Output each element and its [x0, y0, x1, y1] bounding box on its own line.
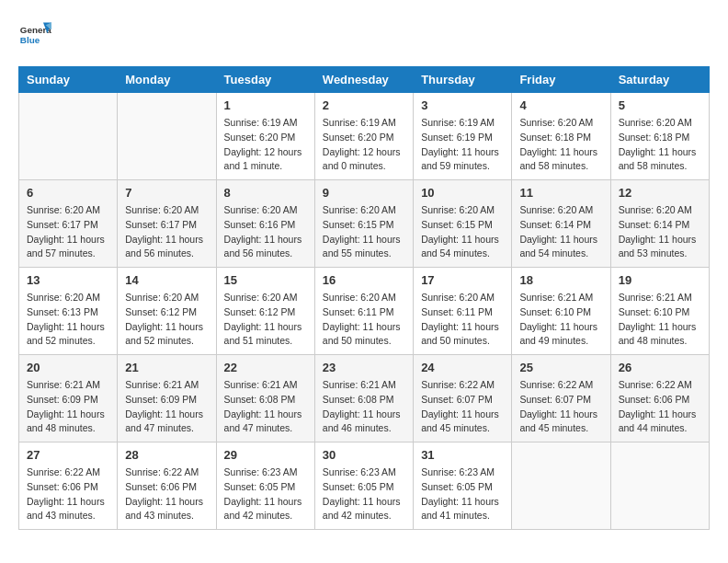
- weekday-header-saturday: Saturday: [610, 67, 709, 93]
- calendar-week-row: 20Sunrise: 6:21 AM Sunset: 6:09 PM Dayli…: [19, 355, 710, 442]
- day-number: 26: [619, 361, 701, 374]
- day-info: Sunrise: 6:20 AM Sunset: 6:14 PM Dayligh…: [619, 203, 701, 261]
- day-info: Sunrise: 6:19 AM Sunset: 6:19 PM Dayligh…: [421, 116, 504, 174]
- day-number: 7: [125, 186, 208, 200]
- weekday-header-wednesday: Wednesday: [314, 67, 413, 93]
- calendar-cell: 15Sunrise: 6:20 AM Sunset: 6:12 PM Dayli…: [216, 268, 314, 355]
- day-info: Sunrise: 6:20 AM Sunset: 6:13 PM Dayligh…: [27, 291, 109, 349]
- calendar-cell: 14Sunrise: 6:20 AM Sunset: 6:12 PM Dayli…: [118, 268, 216, 355]
- calendar-cell: 7Sunrise: 6:20 AM Sunset: 6:17 PM Daylig…: [118, 180, 216, 268]
- day-info: Sunrise: 6:21 AM Sunset: 6:08 PM Dayligh…: [323, 378, 405, 436]
- page-header: General Blue: [18, 18, 710, 52]
- day-number: 22: [224, 361, 307, 374]
- day-number: 25: [519, 361, 602, 374]
- day-number: 18: [519, 273, 602, 287]
- day-info: Sunrise: 6:21 AM Sunset: 6:10 PM Dayligh…: [519, 291, 602, 349]
- day-number: 28: [125, 448, 208, 462]
- weekday-header-row: SundayMondayTuesdayWednesdayThursdayFrid…: [19, 67, 710, 93]
- day-info: Sunrise: 6:20 AM Sunset: 6:15 PM Dayligh…: [421, 203, 504, 261]
- day-number: 12: [619, 186, 701, 200]
- day-info: Sunrise: 6:19 AM Sunset: 6:20 PM Dayligh…: [224, 116, 307, 174]
- day-info: Sunrise: 6:20 AM Sunset: 6:15 PM Dayligh…: [323, 203, 405, 261]
- day-number: 29: [224, 448, 307, 462]
- calendar-cell: 12Sunrise: 6:20 AM Sunset: 6:14 PM Dayli…: [610, 180, 709, 268]
- calendar-table: SundayMondayTuesdayWednesdayThursdayFrid…: [18, 66, 710, 530]
- calendar-cell: 25Sunrise: 6:22 AM Sunset: 6:07 PM Dayli…: [512, 355, 610, 442]
- day-info: Sunrise: 6:23 AM Sunset: 6:05 PM Dayligh…: [224, 465, 307, 523]
- calendar-cell: 5Sunrise: 6:20 AM Sunset: 6:18 PM Daylig…: [610, 93, 709, 180]
- day-info: Sunrise: 6:20 AM Sunset: 6:12 PM Dayligh…: [125, 291, 208, 349]
- calendar-cell: 26Sunrise: 6:22 AM Sunset: 6:06 PM Dayli…: [610, 355, 709, 442]
- day-info: Sunrise: 6:19 AM Sunset: 6:20 PM Dayligh…: [323, 116, 405, 174]
- day-number: 11: [519, 186, 602, 200]
- calendar-week-row: 27Sunrise: 6:22 AM Sunset: 6:06 PM Dayli…: [19, 442, 710, 530]
- logo-icon: General Blue: [18, 18, 51, 52]
- day-info: Sunrise: 6:21 AM Sunset: 6:10 PM Dayligh…: [619, 291, 701, 349]
- calendar-week-row: 6Sunrise: 6:20 AM Sunset: 6:17 PM Daylig…: [19, 180, 710, 268]
- day-number: 4: [519, 98, 602, 112]
- calendar-cell: [610, 442, 709, 530]
- day-info: Sunrise: 6:23 AM Sunset: 6:05 PM Dayligh…: [323, 465, 405, 523]
- day-number: 30: [323, 448, 405, 462]
- day-info: Sunrise: 6:21 AM Sunset: 6:09 PM Dayligh…: [27, 378, 109, 436]
- calendar-cell: [512, 442, 610, 530]
- calendar-cell: 30Sunrise: 6:23 AM Sunset: 6:05 PM Dayli…: [314, 442, 413, 530]
- calendar-cell: 6Sunrise: 6:20 AM Sunset: 6:17 PM Daylig…: [19, 180, 118, 268]
- day-number: 31: [421, 448, 504, 462]
- calendar-cell: 21Sunrise: 6:21 AM Sunset: 6:09 PM Dayli…: [118, 355, 216, 442]
- calendar-cell: 9Sunrise: 6:20 AM Sunset: 6:15 PM Daylig…: [314, 180, 413, 268]
- day-number: 20: [27, 361, 109, 374]
- day-info: Sunrise: 6:22 AM Sunset: 6:07 PM Dayligh…: [519, 378, 602, 436]
- calendar-cell: 29Sunrise: 6:23 AM Sunset: 6:05 PM Dayli…: [216, 442, 314, 530]
- svg-text:Blue: Blue: [20, 35, 40, 45]
- calendar-week-row: 1Sunrise: 6:19 AM Sunset: 6:20 PM Daylig…: [19, 93, 710, 180]
- day-number: 15: [224, 273, 307, 287]
- calendar-cell: 8Sunrise: 6:20 AM Sunset: 6:16 PM Daylig…: [216, 180, 314, 268]
- day-info: Sunrise: 6:20 AM Sunset: 6:18 PM Dayligh…: [619, 116, 701, 174]
- calendar-cell: 23Sunrise: 6:21 AM Sunset: 6:08 PM Dayli…: [314, 355, 413, 442]
- calendar-cell: 19Sunrise: 6:21 AM Sunset: 6:10 PM Dayli…: [610, 268, 709, 355]
- day-info: Sunrise: 6:20 AM Sunset: 6:16 PM Dayligh…: [224, 203, 307, 261]
- day-number: 10: [421, 186, 504, 200]
- day-number: 13: [27, 273, 109, 287]
- calendar-cell: 4Sunrise: 6:20 AM Sunset: 6:18 PM Daylig…: [512, 93, 610, 180]
- day-number: 2: [323, 98, 405, 112]
- day-info: Sunrise: 6:20 AM Sunset: 6:14 PM Dayligh…: [519, 203, 602, 261]
- day-info: Sunrise: 6:22 AM Sunset: 6:07 PM Dayligh…: [421, 378, 504, 436]
- logo: General Blue: [18, 18, 51, 52]
- calendar-cell: 11Sunrise: 6:20 AM Sunset: 6:14 PM Dayli…: [512, 180, 610, 268]
- day-info: Sunrise: 6:21 AM Sunset: 6:08 PM Dayligh…: [224, 378, 307, 436]
- day-number: 17: [421, 273, 504, 287]
- weekday-header-thursday: Thursday: [414, 67, 512, 93]
- day-number: 21: [125, 361, 208, 374]
- calendar-cell: 27Sunrise: 6:22 AM Sunset: 6:06 PM Dayli…: [19, 442, 118, 530]
- day-info: Sunrise: 6:20 AM Sunset: 6:17 PM Dayligh…: [27, 203, 109, 261]
- day-number: 5: [619, 98, 701, 112]
- day-info: Sunrise: 6:20 AM Sunset: 6:12 PM Dayligh…: [224, 291, 307, 349]
- day-info: Sunrise: 6:21 AM Sunset: 6:09 PM Dayligh…: [125, 378, 208, 436]
- day-number: 16: [323, 273, 405, 287]
- calendar-cell: 28Sunrise: 6:22 AM Sunset: 6:06 PM Dayli…: [118, 442, 216, 530]
- calendar-cell: 13Sunrise: 6:20 AM Sunset: 6:13 PM Dayli…: [19, 268, 118, 355]
- day-info: Sunrise: 6:23 AM Sunset: 6:05 PM Dayligh…: [421, 465, 504, 523]
- calendar-cell: 22Sunrise: 6:21 AM Sunset: 6:08 PM Dayli…: [216, 355, 314, 442]
- day-number: 8: [224, 186, 307, 200]
- calendar-cell: [19, 93, 118, 180]
- day-info: Sunrise: 6:20 AM Sunset: 6:17 PM Dayligh…: [125, 203, 208, 261]
- day-info: Sunrise: 6:20 AM Sunset: 6:11 PM Dayligh…: [421, 291, 504, 349]
- calendar-cell: 1Sunrise: 6:19 AM Sunset: 6:20 PM Daylig…: [216, 93, 314, 180]
- day-number: 23: [323, 361, 405, 374]
- day-info: Sunrise: 6:22 AM Sunset: 6:06 PM Dayligh…: [619, 378, 701, 436]
- day-info: Sunrise: 6:20 AM Sunset: 6:18 PM Dayligh…: [519, 116, 602, 174]
- day-info: Sunrise: 6:20 AM Sunset: 6:11 PM Dayligh…: [323, 291, 405, 349]
- weekday-header-friday: Friday: [512, 67, 610, 93]
- day-number: 24: [421, 361, 504, 374]
- weekday-header-tuesday: Tuesday: [216, 67, 314, 93]
- day-number: 9: [323, 186, 405, 200]
- day-number: 3: [421, 98, 504, 112]
- calendar-cell: 3Sunrise: 6:19 AM Sunset: 6:19 PM Daylig…: [414, 93, 512, 180]
- day-number: 6: [27, 186, 109, 200]
- day-number: 1: [224, 98, 307, 112]
- day-number: 14: [125, 273, 208, 287]
- day-number: 27: [27, 448, 109, 462]
